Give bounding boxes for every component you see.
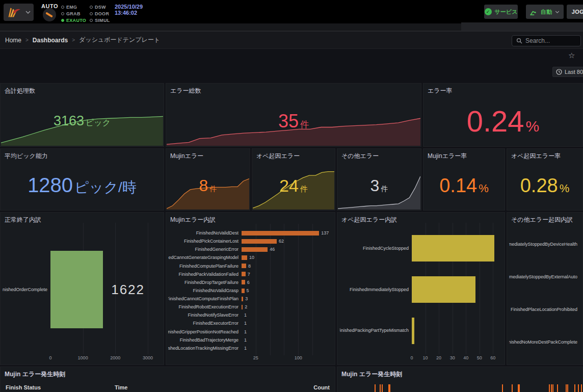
panel-title[interactable]: Mujinエラー内訳	[170, 216, 216, 224]
indicator-light	[90, 12, 93, 15]
stat-value: 24	[279, 176, 299, 196]
stat-unit: %	[560, 182, 570, 195]
error-event-tick	[549, 384, 550, 392]
bar-value-label: 1	[244, 336, 247, 344]
service-button[interactable]: ✓ サービス	[484, 5, 518, 19]
gridline	[284, 224, 284, 355]
panel-mujin-errors: Mujinエラー 8件	[166, 148, 250, 211]
stat-value: 0.24	[467, 104, 524, 138]
panel-title[interactable]: エラー総数	[170, 87, 201, 95]
jog-button[interactable]: JOG	[567, 5, 583, 19]
bar-value-label: 62	[279, 237, 284, 245]
error-event-tick	[551, 384, 552, 392]
time-range-label: Last 80	[565, 69, 583, 75]
indicator-simul: SIMUL	[90, 17, 120, 23]
favorite-star-icon[interactable]: ☆	[568, 51, 575, 60]
indicator-exauto: EXAUTO	[61, 17, 90, 23]
indicator-label: SIMUL	[95, 18, 110, 23]
error-event-tick	[566, 384, 567, 392]
panel-title[interactable]: Mujinエラー	[170, 152, 203, 161]
stat-value: 3	[370, 176, 380, 195]
bar-category-label: FinishedPackingPartTypeMismatch	[339, 310, 409, 351]
breadcrumb-separator: >	[25, 37, 29, 43]
auto-mode-dropdown-button[interactable]: 自動	[526, 5, 564, 19]
breadcrumb-dashboards[interactable]: Dashboards	[33, 37, 68, 44]
top-bar: AUTO EMGGRABEXAUTODSWDOORSIMUL 2025/10/2…	[0, 0, 583, 31]
error-event-tick	[389, 384, 390, 392]
panel-ope-error-rate: オペ起因エラー率 0.28%	[507, 148, 583, 211]
column-header-finish-status[interactable]: Finish Status	[6, 384, 115, 390]
panel-title[interactable]: オペ起因エラー内訳	[341, 216, 397, 224]
normal-breakdown-bar-chart: FinishedOrderComplete16220100020003000	[1, 213, 164, 364]
panel-other-breakdown: その他エラー起因内訳 mediatelyStoppedByDeviceHealt…	[507, 212, 583, 365]
x-axis-tick-label: 20	[436, 355, 441, 360]
indicator-light	[61, 6, 64, 9]
error-event-tick	[518, 384, 519, 392]
bar-category-label: FinishedOrderComplete	[3, 228, 47, 351]
bar-category-label: FinishedCycleStopped	[339, 228, 409, 269]
breadcrumb-home[interactable]: Home	[5, 37, 21, 44]
indicator-emg: EMG	[61, 4, 90, 10]
bar-category-label: FinishedNoValidDest	[168, 229, 238, 237]
indicator-light	[61, 19, 64, 22]
bar-category-label: FinishedImmediatelyStopped	[339, 269, 409, 310]
bar-value-label: 5	[247, 286, 249, 295]
bar-category-label: shedLocationTrackingMissingError	[168, 344, 238, 352]
bar	[242, 247, 268, 252]
bar	[242, 289, 245, 293]
bar-value-label: 10	[249, 253, 254, 262]
bar	[242, 231, 319, 236]
gridline	[148, 223, 148, 354]
panel-title[interactable]: オペ起因エラー	[256, 152, 300, 161]
datetime-display: 2025/10/29 13:46:02	[115, 4, 143, 16]
stat-value: 35	[278, 111, 299, 132]
panel-title[interactable]: 正常終了内訳	[5, 216, 41, 224]
bar-category-label: nmediatelyStoppedByExternalAuto	[509, 260, 577, 293]
indicator-grab: GRAB	[61, 11, 90, 17]
x-axis-tick-label: 1000	[78, 355, 88, 360]
bar-value-label: 6	[247, 278, 250, 286]
panel-ope-errors: オペ起因エラー 24件	[252, 148, 335, 211]
panel-title[interactable]: その他エラー	[341, 152, 379, 161]
bar-category-label: FinishedDropTargetFailure	[168, 278, 238, 286]
panel-title[interactable]: 平均ピック能力	[5, 152, 48, 161]
mujin-logo	[7, 6, 21, 18]
bar-category-label: FinishedPickContainerLost	[168, 237, 238, 245]
bar-value-label: 1	[244, 319, 247, 327]
time-range-picker[interactable]: Last 80	[552, 67, 583, 77]
panel-title[interactable]: その他エラー起因内訳	[511, 216, 573, 224]
gridline	[256, 224, 256, 355]
bar	[242, 280, 245, 284]
panel-title[interactable]: Mujin エラー発生時刻	[5, 370, 65, 379]
column-header-time[interactable]: Time	[115, 384, 304, 390]
panel-mujin-error-rate: Mujinエラー率 0.14%	[423, 148, 505, 211]
logo-menu-button[interactable]	[4, 4, 34, 21]
x-axis-tick-label: 2000	[110, 355, 120, 360]
bar	[412, 276, 475, 303]
bar-category-label: FinishedPackValidationFailed	[168, 270, 238, 278]
auto-mode-knob[interactable]	[43, 8, 56, 21]
stat-value: 0.28	[520, 175, 558, 197]
panel-title[interactable]: Mujin エラー発生時刻	[341, 370, 402, 379]
stat-unit: ピック	[86, 118, 111, 128]
column-header-count[interactable]: Count	[304, 384, 330, 390]
bar-category-label: inishedNoMoreDestPackComplete	[509, 326, 577, 358]
panel-error-timeline: Mujin エラー発生時刻	[337, 367, 583, 392]
error-event-tick	[574, 384, 575, 392]
bar-value-label: 1	[244, 344, 247, 352]
panel-title[interactable]: Mujinエラー率	[428, 152, 467, 161]
panel-title[interactable]: オペ起因エラー率	[511, 152, 561, 161]
bar	[242, 255, 247, 260]
panel-title[interactable]: 合計処理数	[5, 87, 35, 95]
mujin-breakdown-bar-chart: FinishedNoValidDest137FinishedPickContai…	[166, 213, 335, 364]
stat-unit: %	[526, 118, 540, 135]
gridline	[312, 224, 313, 355]
gridline	[270, 224, 271, 355]
chevron-down-icon	[555, 11, 560, 13]
panel-title[interactable]: エラー率	[428, 87, 453, 95]
bar-value-label: 2	[245, 303, 247, 311]
search-input[interactable]: Search...	[512, 35, 581, 46]
indicator-light	[90, 6, 93, 9]
error-table-header: Finish Status Time Count	[6, 384, 330, 390]
topbar-substrip-right	[461, 22, 583, 31]
